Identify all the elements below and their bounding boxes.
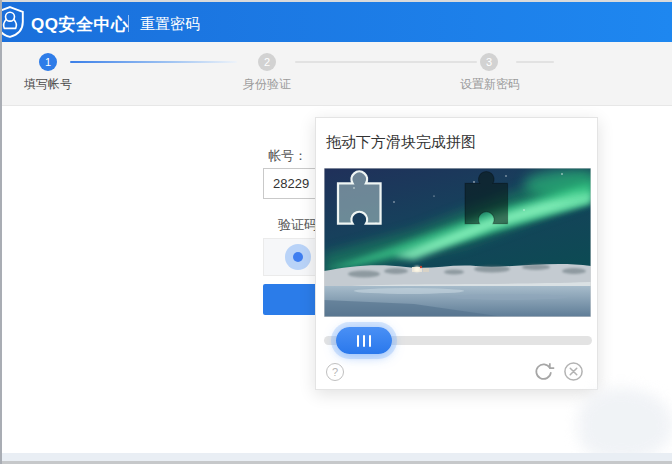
account-label: 帐号： bbox=[268, 147, 307, 165]
qq-security-center-window: QQ安全中心 重置密码 1 填写帐号 2 身份验证 3 设置新密码 帐号： 验证… bbox=[0, 0, 672, 464]
close-icon[interactable] bbox=[563, 361, 584, 382]
step-3-label: 设置新密码 bbox=[459, 76, 521, 93]
step-connector-1 bbox=[70, 61, 237, 63]
step-connector-3 bbox=[516, 61, 554, 63]
app-header: QQ安全中心 重置密码 bbox=[0, 2, 672, 42]
slider-captcha-popup: 拖动下方滑块完成拼图 bbox=[315, 117, 598, 390]
step-1-label: 填写帐号 bbox=[24, 76, 72, 93]
refresh-icon[interactable] bbox=[532, 360, 555, 383]
header-divider bbox=[128, 15, 129, 32]
step-1-circle: 1 bbox=[39, 53, 57, 71]
step-indicator: 1 填写帐号 2 身份验证 3 设置新密码 bbox=[0, 42, 672, 106]
window-left-edge bbox=[0, 0, 2, 464]
slider-handle[interactable] bbox=[336, 327, 392, 354]
background-watermark-blob bbox=[578, 388, 672, 460]
step-3-circle: 3 bbox=[480, 53, 498, 71]
captcha-label: 验证码 bbox=[278, 216, 317, 234]
captcha-instruction: 拖动下方滑块完成拼图 bbox=[326, 133, 476, 152]
window-bottom-strip bbox=[0, 453, 672, 461]
captcha-puzzle-image bbox=[324, 168, 591, 317]
grip-bar-icon bbox=[363, 335, 365, 347]
qq-shield-penguin-icon bbox=[0, 6, 26, 38]
step-connector-2 bbox=[295, 61, 477, 63]
page-subtitle: 重置密码 bbox=[140, 15, 200, 34]
app-title: QQ安全中心 bbox=[31, 13, 128, 36]
captcha-loading-dot-icon bbox=[293, 252, 303, 262]
grip-bar-icon bbox=[357, 335, 359, 347]
grip-bar-icon bbox=[369, 335, 371, 347]
step-2-circle: 2 bbox=[258, 53, 276, 71]
step-2-label: 身份验证 bbox=[243, 76, 291, 93]
help-icon[interactable]: ? bbox=[326, 363, 344, 381]
